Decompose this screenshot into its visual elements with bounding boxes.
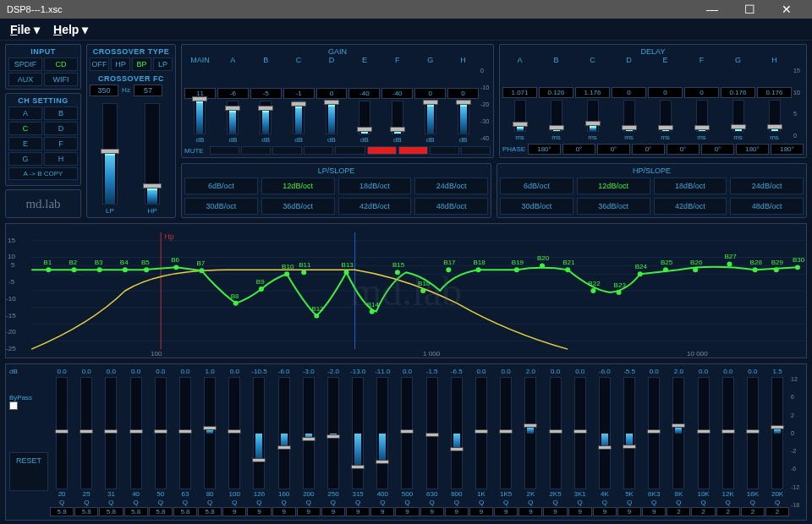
eq-q-20[interactable]: 9 (543, 507, 567, 516)
eq-slider-11[interactable] (327, 377, 339, 489)
gain-slider-B[interactable] (260, 101, 272, 134)
hp-slope-4[interactable]: 30dB/oct (500, 198, 573, 215)
gain-value-H[interactable]: 0 (447, 88, 479, 99)
bypass-checkbox[interactable] (9, 401, 18, 410)
eq-q-18[interactable]: 9 (494, 507, 518, 516)
eq-q-29[interactable]: 2 (765, 507, 789, 516)
mute-2[interactable] (272, 146, 302, 155)
lp-slope-4[interactable]: 30dB/oct (184, 198, 258, 215)
eq-slider-20[interactable] (550, 377, 562, 489)
eq-slider-28[interactable] (747, 377, 759, 489)
eq-q-25[interactable]: 2 (667, 507, 690, 516)
phase-2[interactable]: 0° (597, 144, 630, 155)
eq-slider-16[interactable] (451, 377, 463, 489)
delay-value-A[interactable]: 1.071 (502, 87, 537, 98)
lp-slope-5[interactable]: 36dB/oct (261, 198, 335, 215)
eq-slider-19[interactable] (524, 377, 536, 489)
delay-value-F[interactable]: 0 (684, 87, 719, 98)
delay-slider-G[interactable] (732, 100, 744, 133)
xover-type-lp[interactable]: LP (153, 57, 173, 71)
delay-slider-C[interactable] (587, 100, 599, 133)
xover-hp-slider[interactable] (145, 103, 160, 205)
lp-slope-3[interactable]: 24dB/oct (414, 177, 488, 194)
ch-D[interactable]: D (44, 122, 78, 135)
maximize-icon[interactable]: ☐ (731, 1, 768, 18)
ch-C[interactable]: C (8, 122, 42, 135)
mute-7[interactable] (430, 146, 459, 155)
gain-value-F[interactable]: -40 (381, 88, 413, 99)
phase-5[interactable]: 0° (701, 144, 734, 155)
eq-slider-6[interactable] (204, 377, 216, 489)
mute-0[interactable] (210, 146, 239, 155)
eq-slider-0[interactable] (56, 377, 68, 489)
delay-value-D[interactable]: 0 (612, 87, 646, 98)
delay-value-G[interactable]: 0.176 (721, 87, 755, 98)
gain-slider-A[interactable] (227, 101, 239, 134)
eq-slider-8[interactable] (253, 377, 265, 489)
lp-slope-1[interactable]: 12dB/oct (261, 177, 335, 194)
menu-file[interactable]: File ▾ (5, 21, 45, 38)
eq-q-19[interactable]: 9 (518, 507, 542, 516)
eq-q-14[interactable]: 9 (395, 507, 419, 516)
mute-6[interactable] (398, 146, 428, 155)
eq-slider-7[interactable] (228, 377, 240, 489)
xover-hp-value[interactable]: 57 (134, 85, 162, 96)
menu-help[interactable]: Help ▾ (48, 21, 93, 38)
eq-slider-21[interactable] (574, 377, 586, 489)
eq-q-24[interactable]: 9 (642, 507, 666, 516)
hp-slope-0[interactable]: 6dB/oct (500, 177, 573, 194)
close-icon[interactable]: ✕ (768, 1, 805, 18)
hp-slope-6[interactable]: 42dB/oct (654, 198, 727, 215)
mute-3[interactable] (304, 146, 333, 155)
eq-slider-1[interactable] (80, 377, 92, 489)
gain-slider-H[interactable] (458, 101, 469, 134)
eq-slider-22[interactable] (599, 377, 611, 489)
eq-slider-17[interactable] (475, 377, 487, 489)
freq-response-graph[interactable]: md.lab 15105-5-10-15-20-25 1001 00010 00… (5, 223, 807, 358)
eq-q-11[interactable]: 9 (321, 507, 345, 516)
delay-value-C[interactable]: 1.176 (575, 87, 610, 98)
eq-q-27[interactable]: 2 (716, 507, 740, 516)
reset-button[interactable]: RESET (9, 452, 48, 491)
hp-slope-7[interactable]: 48dB/oct (730, 198, 804, 215)
gain-value-C[interactable]: -1 (283, 88, 315, 99)
eq-q-5[interactable]: 5.8 (173, 507, 197, 516)
hp-slope-5[interactable]: 36dB/oct (577, 198, 650, 215)
xover-type-bp[interactable]: BP (132, 57, 151, 71)
input-aux[interactable]: AUX (8, 73, 42, 86)
ch-A[interactable]: A (8, 106, 42, 120)
eq-slider-27[interactable] (722, 377, 734, 489)
eq-q-0[interactable]: 5.8 (50, 507, 74, 516)
eq-q-4[interactable]: 5.8 (149, 507, 173, 516)
xover-lp-value[interactable]: 350 (90, 85, 118, 96)
delay-value-H[interactable]: 0.176 (757, 87, 792, 98)
input-spdif[interactable]: SPDIF (8, 57, 42, 71)
xover-type-off[interactable]: OFF (90, 57, 109, 71)
ch-G[interactable]: G (8, 152, 42, 166)
input-cd[interactable]: CD (44, 57, 78, 71)
delay-slider-D[interactable] (623, 100, 635, 133)
eq-slider-15[interactable] (426, 377, 438, 489)
mute-5[interactable] (367, 146, 397, 155)
eq-q-28[interactable]: 2 (741, 507, 765, 516)
gain-value-A[interactable]: -6 (217, 88, 249, 99)
eq-slider-13[interactable] (376, 377, 388, 489)
mute-1[interactable] (241, 146, 271, 155)
eq-q-26[interactable]: 2 (691, 507, 715, 516)
gain-slider-F[interactable] (392, 101, 403, 134)
phase-7[interactable]: 180° (771, 144, 804, 155)
gain-slider-C[interactable] (293, 101, 304, 134)
minimize-icon[interactable]: — (694, 1, 731, 18)
lp-slope-0[interactable]: 6dB/oct (184, 177, 258, 194)
delay-value-B[interactable]: 0.126 (539, 87, 573, 98)
eq-slider-23[interactable] (623, 377, 635, 489)
lp-slope-2[interactable]: 18dB/oct (338, 177, 412, 194)
eq-q-13[interactable]: 9 (370, 507, 394, 516)
gain-value-B[interactable]: -5 (250, 88, 282, 99)
gain-slider-MAIN[interactable] (194, 101, 206, 134)
xover-lp-slider[interactable] (102, 103, 118, 205)
eq-q-9[interactable]: 9 (272, 507, 296, 516)
eq-q-7[interactable]: 9 (222, 507, 246, 516)
delay-slider-E[interactable] (660, 100, 672, 133)
phase-0[interactable]: 180° (528, 144, 561, 155)
